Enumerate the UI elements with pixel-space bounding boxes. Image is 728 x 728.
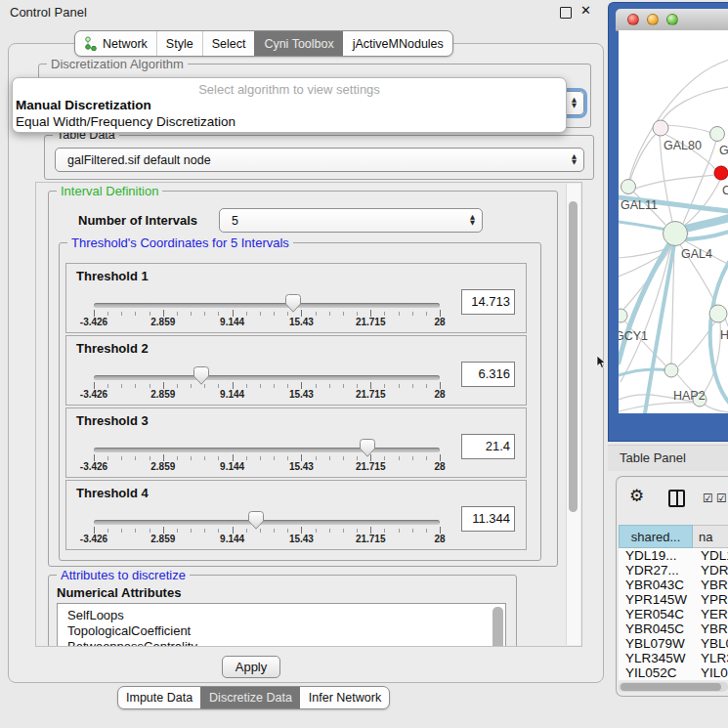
threshold-label: Threshold 3 bbox=[76, 413, 149, 428]
checkbox-icon[interactable]: ☑ bbox=[703, 492, 713, 505]
table-row[interactable]: YIL052CYIL0 bbox=[619, 665, 728, 680]
algorithm-option-manual-discretization[interactable]: Manual Discretization bbox=[16, 98, 151, 112]
network-node-h[interactable] bbox=[709, 305, 727, 322]
tab-label: Select bbox=[212, 37, 246, 51]
threshold-label: Threshold 1 bbox=[76, 269, 149, 283]
column-layout-icon[interactable] bbox=[668, 490, 685, 507]
slider-tick-labels: -3.4262.8599.14415.4321.71528 bbox=[66, 454, 526, 474]
slider-thumb[interactable] bbox=[193, 366, 209, 385]
attributes-group: Attributes to discretize Numerical Attri… bbox=[48, 575, 517, 647]
float-window-icon[interactable] bbox=[560, 7, 572, 19]
cell-name: YDR2 bbox=[693, 563, 728, 578]
tab-label: Discretize Data bbox=[209, 691, 292, 705]
bottom-tab-bar: Impute DataDiscretize DataInfer Network bbox=[117, 686, 390, 709]
threshold-value-field[interactable]: 21.4 bbox=[461, 434, 515, 459]
threshold-value-field[interactable]: 14.713 bbox=[461, 289, 515, 315]
numerical-attributes-list[interactable]: SelfLoopsTopologicalCoefficientBetweenne… bbox=[57, 603, 506, 647]
threshold-value-field[interactable]: 11.344 bbox=[461, 506, 515, 532]
table-body: YDL19...YDL1YDR27...YDR2YBR043CYBR0YPR14… bbox=[619, 548, 728, 680]
tab-label: Impute Data bbox=[126, 691, 193, 705]
attribute-item-betweennesscentrality[interactable]: BetweennessCentrality bbox=[58, 639, 505, 647]
tab-infer-network[interactable]: Infer Network bbox=[300, 687, 389, 708]
close-traffic-light-icon[interactable] bbox=[627, 14, 639, 25]
table-row[interactable]: YBR045CYBR0 bbox=[619, 621, 728, 636]
number-of-intervals-combobox[interactable]: 5 ▲▼ bbox=[219, 208, 483, 233]
tab-discretize-data[interactable]: Discretize Data bbox=[200, 687, 300, 708]
cell-shared-name: YBR043C bbox=[619, 578, 693, 592]
table-row[interactable]: YDR27...YDR2 bbox=[619, 563, 728, 578]
slider-thumb[interactable] bbox=[360, 439, 375, 457]
column-header-shared-name[interactable]: shared... bbox=[619, 525, 693, 548]
attribute-item-selfloops[interactable]: SelfLoops bbox=[58, 608, 505, 623]
network-node-selected-red[interactable] bbox=[714, 166, 728, 180]
scrollbar-track[interactable] bbox=[566, 184, 580, 645]
cell-name: YBL0 bbox=[693, 636, 728, 651]
node-label: HAP2 bbox=[673, 389, 706, 403]
attribute-item-topologicalcoefficient[interactable]: TopologicalCoefficient bbox=[58, 623, 505, 639]
settings-scroll-pane: Interval Definition Number of Intervals … bbox=[35, 182, 582, 647]
scrollbar-thumb[interactable] bbox=[569, 201, 578, 512]
node-label: GAL4 bbox=[681, 247, 712, 261]
network-node-gal80[interactable] bbox=[653, 120, 668, 136]
group-title-discretization-algorithm: Discretization Algorithm bbox=[47, 57, 188, 71]
number-of-intervals-value: 5 bbox=[232, 209, 238, 232]
slider-track[interactable] bbox=[94, 448, 440, 452]
network-canvas[interactable]: GAL80 GA C GAL11 GAL4 GCY1 H HAP2 bbox=[619, 30, 728, 413]
minimize-traffic-light-icon[interactable] bbox=[647, 14, 659, 25]
zoom-traffic-light-icon[interactable] bbox=[666, 14, 678, 25]
control-panel-tab-bar: NetworkStyleSelectCyni ToolboxjActiveMNo… bbox=[74, 30, 453, 57]
cell-name: YBR0 bbox=[693, 578, 728, 592]
gear-icon[interactable]: ⚙ bbox=[629, 486, 644, 505]
list-scrollbar-thumb[interactable] bbox=[492, 607, 503, 647]
slider-tick-labels: -3.4262.8599.14415.4321.71528 bbox=[66, 382, 526, 402]
threshold-panel: Threshold 4 -3.4262.8599.14415.4321.7152… bbox=[65, 480, 527, 550]
tab-style[interactable]: Style bbox=[156, 31, 202, 56]
tab-jactivemnodules[interactable]: jActiveMNodules bbox=[343, 31, 452, 56]
network-node-ga[interactable] bbox=[710, 127, 725, 142]
table-row[interactable]: YER054CYER0 bbox=[619, 607, 728, 621]
horizontal-scrollbar-thumb[interactable] bbox=[621, 683, 721, 691]
network-node-gal11[interactable] bbox=[621, 180, 636, 194]
network-view-window: GAL80 GA C GAL11 GAL4 GCY1 H HAP2 bbox=[608, 2, 728, 442]
column-header-name[interactable]: na bbox=[693, 525, 728, 548]
slider-track[interactable] bbox=[94, 375, 440, 380]
tab-cyni-toolbox[interactable]: Cyni Toolbox bbox=[254, 31, 342, 56]
cell-name: YIL0 bbox=[693, 665, 728, 680]
slider-track[interactable] bbox=[94, 303, 440, 308]
node-label: GAL80 bbox=[664, 139, 702, 152]
apply-button[interactable]: Apply bbox=[222, 656, 280, 678]
tab-label: Style bbox=[166, 37, 193, 51]
cell-name: YBR0 bbox=[693, 621, 728, 636]
close-icon[interactable]: ✕ bbox=[580, 3, 591, 18]
table-row[interactable]: YPR145WYPR1 bbox=[619, 592, 728, 607]
cell-name: YLR3 bbox=[693, 651, 728, 665]
network-node-gal4[interactable] bbox=[664, 222, 688, 246]
node-label: GA bbox=[719, 144, 728, 157]
network-node-gcy1[interactable] bbox=[619, 309, 627, 322]
threshold-panel: Threshold 3 -3.4262.8599.14415.4321.7152… bbox=[65, 407, 527, 478]
cell-shared-name: YPR145W bbox=[619, 592, 693, 607]
table-row[interactable]: YBR043CYBR0 bbox=[619, 578, 728, 592]
tab-select[interactable]: Select bbox=[202, 31, 255, 56]
cell-name: YDL1 bbox=[693, 548, 728, 563]
table-data-combobox[interactable]: galFiltered.sif default node ▲▼ bbox=[55, 148, 584, 172]
slider-track[interactable] bbox=[94, 520, 440, 525]
slider-thumb[interactable] bbox=[285, 294, 301, 313]
table-row[interactable]: YLR345WYLR3 bbox=[619, 651, 728, 665]
number-of-intervals-label: Number of Intervals bbox=[78, 213, 197, 228]
table-row[interactable]: YDL19...YDL1 bbox=[619, 548, 728, 563]
network-window-titlebar[interactable] bbox=[616, 9, 728, 31]
algorithm-popup-hint: Select algorithm to view settings bbox=[13, 82, 566, 97]
horizontal-scrollbar-track[interactable] bbox=[619, 682, 728, 692]
slider-tick-labels: -3.4262.8599.14415.4321.71528 bbox=[66, 527, 526, 546]
tab-network[interactable]: Network bbox=[75, 31, 156, 56]
table-row[interactable]: YBL079WYBL0 bbox=[619, 636, 728, 651]
tab-impute-data[interactable]: Impute Data bbox=[118, 687, 200, 708]
algorithm-option-equal-width-frequency-discretization[interactable]: Equal Width/Frequency Discretization bbox=[16, 114, 236, 129]
checkbox-icon[interactable]: ☑ bbox=[716, 492, 727, 505]
node-label: H bbox=[720, 328, 728, 342]
network-node-hap2[interactable] bbox=[664, 364, 678, 377]
cell-shared-name: YLR345W bbox=[619, 651, 693, 665]
threshold-value-field[interactable]: 6.316 bbox=[461, 362, 515, 387]
slider-thumb[interactable] bbox=[248, 511, 264, 530]
